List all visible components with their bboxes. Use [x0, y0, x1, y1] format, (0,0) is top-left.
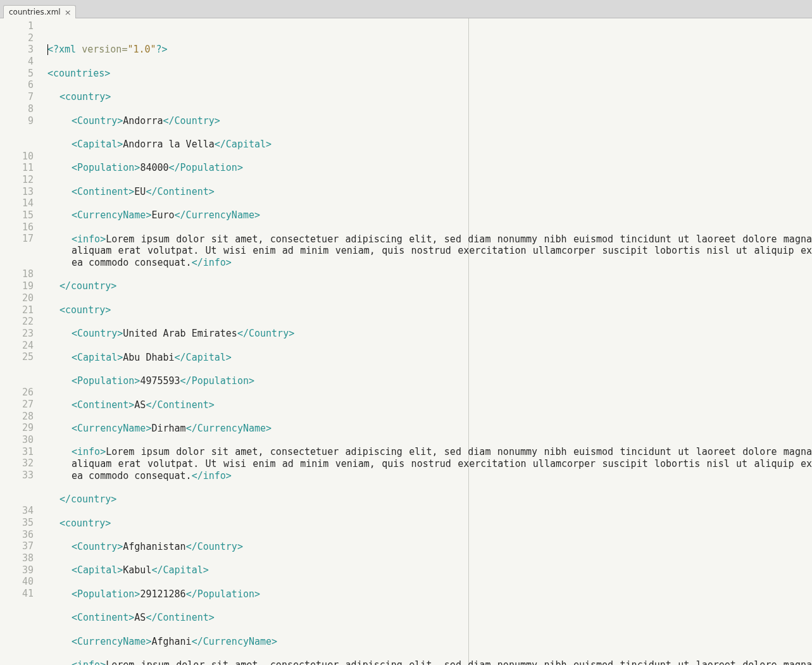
line-number	[0, 363, 34, 375]
line-number: 4	[0, 56, 34, 68]
line-number: 31	[0, 446, 34, 458]
line-number: 40	[0, 576, 34, 588]
line-number: 9	[0, 115, 34, 127]
country-open: <country>	[59, 91, 111, 103]
line-number	[0, 600, 34, 612]
line-number: 14	[0, 197, 34, 209]
line-number: 28	[0, 411, 34, 423]
line-number: 30	[0, 434, 34, 446]
line-number: 20	[0, 292, 34, 304]
line-number: 26	[0, 387, 34, 399]
close-icon[interactable]: ×	[65, 8, 72, 16]
line-number: 12	[0, 174, 34, 186]
line-number: 16	[0, 221, 34, 233]
line-number: 3	[0, 44, 34, 56]
line-number: 7	[0, 91, 34, 103]
line-number: 39	[0, 564, 34, 576]
line-number: 19	[0, 280, 34, 292]
line-number: 23	[0, 328, 34, 340]
line-number: 5	[0, 68, 34, 80]
line-number	[0, 611, 34, 623]
line-number: 1	[0, 20, 34, 32]
line-number: 18	[0, 268, 34, 280]
line-number: 22	[0, 316, 34, 328]
line-number: 21	[0, 304, 34, 316]
line-number: 29	[0, 422, 34, 434]
line-number: 37	[0, 540, 34, 552]
xml-decl-close: ?>	[156, 44, 168, 55]
code-content[interactable]: <?xml version="1.0"?> <countries> <count…	[40, 18, 812, 665]
editor-area[interactable]: 1234567891011121314151617181920212223242…	[0, 18, 812, 665]
line-number	[0, 257, 34, 269]
line-number: 41	[0, 588, 34, 600]
line-number: 2	[0, 32, 34, 44]
xml-attr: version=	[76, 44, 127, 55]
line-number: 34	[0, 505, 34, 517]
line-number	[0, 245, 34, 257]
line-number: 25	[0, 351, 34, 363]
line-number: 10	[0, 151, 34, 163]
line-number: 38	[0, 552, 34, 564]
line-number: 32	[0, 457, 34, 469]
line-number: 8	[0, 103, 34, 115]
line-number: 6	[0, 79, 34, 91]
line-number: 24	[0, 340, 34, 352]
line-number: 17	[0, 233, 34, 245]
line-number	[0, 127, 34, 139]
line-number-gutter: 1234567891011121314151617181920212223242…	[0, 18, 40, 665]
countries-open: <countries>	[47, 68, 110, 79]
line-number: 15	[0, 209, 34, 221]
line-number: 27	[0, 399, 34, 411]
line-number: 33	[0, 469, 34, 482]
line-number	[0, 482, 34, 494]
line-number	[0, 375, 34, 387]
line-number: 11	[0, 162, 34, 174]
file-tab[interactable]: countries.xml ×	[3, 5, 76, 18]
line-number: 35	[0, 517, 34, 529]
tab-filename: countries.xml	[9, 8, 61, 16]
xml-attr-val: "1.0"	[127, 44, 156, 55]
line-number: 13	[0, 186, 34, 198]
line-number	[0, 139, 34, 151]
line-number	[0, 494, 34, 506]
xml-decl-open: <?xml	[47, 44, 76, 55]
line-number: 36	[0, 529, 34, 541]
tab-bar: countries.xml ×	[0, 0, 812, 18]
